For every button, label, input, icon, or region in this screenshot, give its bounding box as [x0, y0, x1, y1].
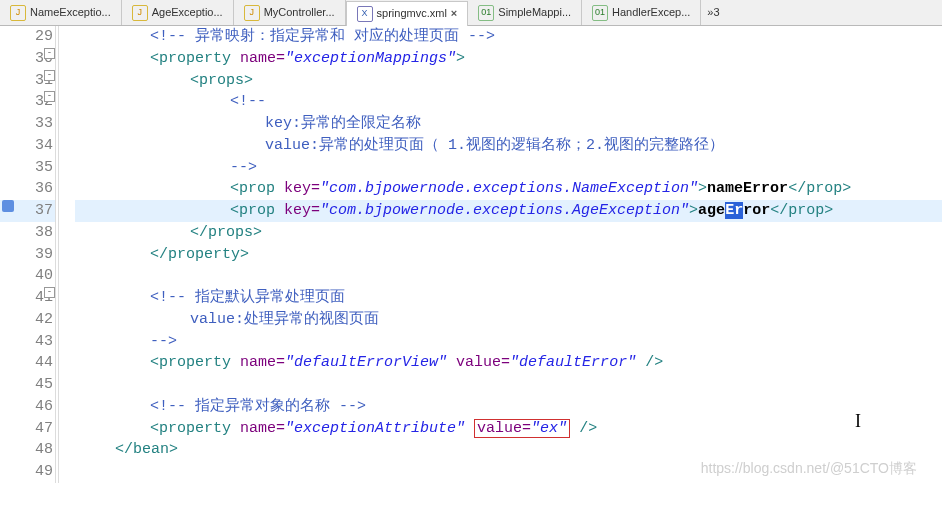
tab-simple-mapping[interactable]: 01 SimpleMappi... — [468, 0, 582, 25]
tab-label: HandlerExcep... — [612, 5, 690, 21]
comment: --> — [230, 159, 257, 176]
code-content[interactable]: <!-- 异常映射：指定异常和 对应的处理页面 --> <property na… — [65, 26, 942, 483]
watermark: https://blog.csdn.net/@51CTO博客 — [701, 458, 917, 478]
java-icon: J — [244, 5, 260, 21]
tab-springmvc-xml[interactable]: X springmvc.xml × — [346, 1, 469, 26]
comment: key:异常的全限定名称 — [265, 115, 421, 132]
xml-value: "exceptionMappings" — [285, 50, 456, 67]
tab-name-exception[interactable]: J NameExceptio... — [0, 0, 122, 25]
java-icon: J — [132, 5, 148, 21]
fold-icon[interactable]: - — [44, 91, 55, 102]
close-icon[interactable]: × — [451, 6, 457, 22]
current-line: <prop key="com.bjpowernode.exceptions.Ag… — [75, 200, 942, 222]
fold-icon[interactable]: - — [44, 48, 55, 59]
tab-my-controller[interactable]: J MyController... — [234, 0, 346, 25]
comment: <!-- 指定默认异常处理页面 — [150, 289, 345, 306]
text-node: nameError — [707, 180, 788, 197]
tab-label: NameExceptio... — [30, 5, 111, 21]
tab-label: MyController... — [264, 5, 335, 21]
comment: --> — [150, 333, 177, 350]
overflow-label: »3 — [707, 5, 719, 21]
class-icon: 01 — [592, 5, 608, 21]
xml-tag: <property — [150, 420, 231, 437]
xml-tag: </bean> — [115, 441, 178, 458]
comment: value:处理异常的视图页面 — [190, 311, 379, 328]
comment: <!-- 异常映射：指定异常和 对应的处理页面 --> — [150, 28, 495, 45]
xml-tag: </property> — [150, 246, 249, 263]
xml-attr: name= — [231, 50, 285, 67]
highlight-box: value="ex" — [474, 419, 570, 438]
editor-tabs: J NameExceptio... J AgeExceptio... J MyC… — [0, 0, 942, 26]
comment: <!-- — [230, 93, 266, 110]
xml-tag: </props> — [190, 224, 262, 241]
xml-icon: X — [357, 6, 373, 22]
tab-label: SimpleMappi... — [498, 5, 571, 21]
tab-label: AgeExceptio... — [152, 5, 223, 21]
xml-tag: <prop — [230, 180, 275, 197]
xml-tag: <property — [150, 50, 231, 67]
java-icon: J — [10, 5, 26, 21]
class-icon: 01 — [478, 5, 494, 21]
tab-label: springmvc.xml — [377, 6, 447, 22]
fold-icon[interactable]: - — [44, 287, 55, 298]
tab-age-exception[interactable]: J AgeExceptio... — [122, 0, 234, 25]
gutter-marker-icon — [2, 200, 14, 212]
line-number-gutter: 29 30- 31- 32- 33 34 35 36 37 38 39 40 4… — [0, 26, 65, 483]
xml-tag: <property — [150, 354, 231, 371]
tab-overflow-button[interactable]: »3 — [701, 0, 725, 25]
fold-icon[interactable]: - — [44, 70, 55, 81]
comment: value:异常的处理页面（ 1.视图的逻辑名称；2.视图的完整路径） — [265, 137, 724, 154]
tab-handler-exception[interactable]: 01 HandlerExcep... — [582, 0, 701, 25]
xml-tag: <props> — [190, 72, 253, 89]
comment: <!-- 指定异常对象的名称 --> — [150, 398, 366, 415]
code-editor[interactable]: 29 30- 31- 32- 33 34 35 36 37 38 39 40 4… — [0, 26, 942, 483]
text-selection: Er — [725, 202, 743, 219]
text-cursor-icon: I — [855, 408, 861, 434]
